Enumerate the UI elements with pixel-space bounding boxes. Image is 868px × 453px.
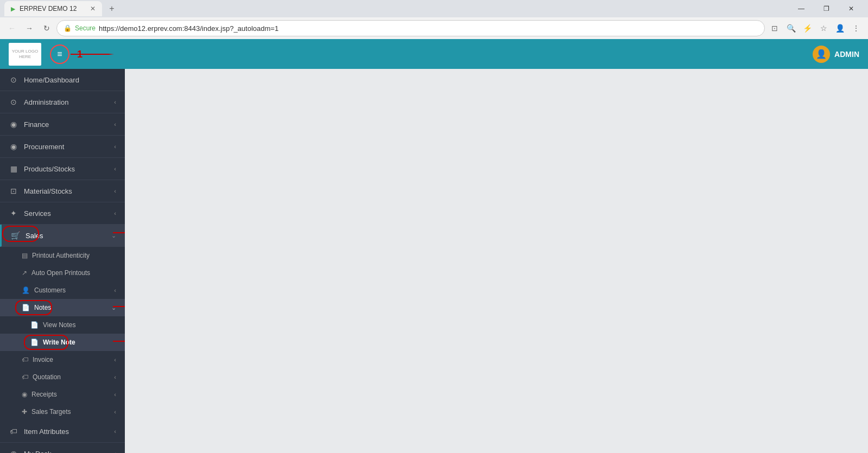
sidebar-item-label: Procurement bbox=[24, 143, 109, 151]
sidebar-subitem-label: Notes bbox=[34, 304, 51, 311]
cast-icon[interactable]: ⊡ bbox=[767, 21, 782, 36]
invoice-chevron: ‹ bbox=[114, 356, 116, 363]
tab-title: ERPREV DEMO 12 bbox=[20, 5, 77, 12]
bookmark-icon[interactable]: ☆ bbox=[816, 21, 831, 36]
sidebar-subitem-label: Quotation bbox=[33, 373, 61, 381]
sidebar-item-label: Products/Stocks bbox=[24, 165, 109, 173]
sidebar-item-my-desk[interactable]: ◉ My Desk ‹ bbox=[0, 443, 125, 453]
printout-icon: ▤ bbox=[22, 252, 28, 259]
zoom-icon[interactable]: 🔍 bbox=[783, 21, 799, 36]
auto-open-icon: ↗ bbox=[22, 269, 27, 277]
invoice-icon: 🏷 bbox=[22, 356, 28, 363]
sidebar-item-services[interactable]: ✦ Services ‹ bbox=[0, 202, 125, 225]
app-header: YOUR LOGO HERE ≡ 1 👤 ADMIN bbox=[0, 39, 868, 69]
sidebar-subitem-label: Printout Authenticity bbox=[32, 252, 90, 259]
sidebar-item-administration[interactable]: ⊙ Administration ‹ bbox=[0, 91, 125, 113]
browser-toolbar: ← → ↻ 🔒 Secure https://demo12.erprev.com… bbox=[0, 17, 868, 39]
sidebar-subitem-customers[interactable]: 👤 Customers ‹ bbox=[0, 282, 125, 299]
refresh-button[interactable]: ↻ bbox=[39, 21, 54, 36]
browser-titlebar: ▶ ERPREV DEMO 12 ✕ + — ❐ ✕ bbox=[0, 0, 868, 17]
maximize-button[interactable]: ❐ bbox=[814, 0, 839, 17]
sales-targets-icon: ✚ bbox=[22, 408, 27, 416]
sidebar-subitem-label: Receipts bbox=[31, 391, 57, 398]
sidebar-item-label: Item Attributes bbox=[24, 428, 109, 436]
write-note-icon: 📄 bbox=[30, 339, 39, 346]
material-icon: ⊡ bbox=[9, 187, 18, 195]
sidebar-item-products-stocks[interactable]: ▦ Products/Stocks ‹ bbox=[0, 158, 125, 180]
sidebar-item-home[interactable]: ⊙ Home/Dashboard bbox=[0, 69, 125, 91]
app-main: ⊙ Home/Dashboard ⊙ Administration ‹ ◉ Fi… bbox=[0, 69, 868, 453]
quotation-chevron: ‹ bbox=[114, 374, 116, 380]
admin-label: ADMIN bbox=[834, 50, 859, 59]
sidebar-item-procurement[interactable]: ◉ Procurement ‹ bbox=[0, 136, 125, 158]
back-button[interactable]: ← bbox=[4, 21, 20, 36]
procurement-icon: ◉ bbox=[9, 142, 18, 151]
close-button[interactable]: ✕ bbox=[839, 0, 864, 17]
url-text: https://demo12.erprev.com:8443/index.jsp… bbox=[99, 24, 278, 33]
sidebar-subitem-quotation[interactable]: 🏷 Quotation ‹ bbox=[0, 368, 125, 386]
sales-icon: 🛒 bbox=[10, 231, 20, 240]
menu-toggle-button[interactable]: ≡ bbox=[50, 44, 69, 64]
chevron-icon: ‹ bbox=[114, 188, 116, 194]
sidebar-subitem-receipts[interactable]: ◉ Receipts ‹ bbox=[0, 386, 125, 403]
address-bar[interactable]: 🔒 Secure https://demo12.erprev.com:8443/… bbox=[56, 20, 765, 36]
chevron-icon: ‹ bbox=[114, 143, 116, 150]
annotation-1: 1 bbox=[77, 48, 83, 60]
item-attributes-icon: 🏷 bbox=[9, 427, 18, 436]
sidebar-item-label: My Desk bbox=[24, 450, 109, 454]
more-icon[interactable]: ⋮ bbox=[848, 21, 864, 36]
home-icon: ⊙ bbox=[9, 75, 18, 84]
chevron-down-icon: ⌄ bbox=[111, 232, 116, 239]
sidebar-item-finance[interactable]: ◉ Finance ‹ bbox=[0, 113, 125, 136]
extension-icon[interactable]: ⚡ bbox=[800, 21, 815, 36]
quotation-icon: 🏷 bbox=[22, 373, 28, 381]
sidebar-subitem-auto-open-printouts[interactable]: ↗ Auto Open Printouts bbox=[0, 264, 125, 282]
tab-close-button[interactable]: ✕ bbox=[90, 5, 96, 12]
sidebar-item-item-attributes[interactable]: 🏷 Item Attributes ‹ bbox=[0, 420, 125, 443]
forward-button[interactable]: → bbox=[22, 21, 37, 36]
sidebar-item-sales[interactable]: 🛒 Sales ⌄ bbox=[0, 225, 125, 247]
sidebar-item-label: Home/Dashboard bbox=[24, 76, 116, 84]
sidebar-item-label: Material/Stocks bbox=[24, 187, 109, 195]
sidebar-subitem-label: Write Note bbox=[43, 339, 75, 346]
my-desk-icon: ◉ bbox=[9, 449, 18, 453]
chevron-icon: ‹ bbox=[114, 210, 116, 216]
sidebar-subitem-view-notes[interactable]: 📄 View Notes bbox=[0, 316, 125, 334]
sidebar-subitem-sales-targets[interactable]: ✚ Sales Targets ‹ bbox=[0, 403, 125, 420]
sidebar-subitem-label: Customers bbox=[34, 286, 66, 294]
svg-marker-1 bbox=[109, 54, 114, 55]
secure-text: Secure bbox=[75, 24, 96, 32]
browser-tab[interactable]: ▶ ERPREV DEMO 12 ✕ bbox=[4, 1, 102, 16]
chevron-icon: ‹ bbox=[114, 428, 116, 435]
sidebar-subitem-notes[interactable]: 📄 Notes ⌄ bbox=[0, 299, 125, 316]
admin-avatar: 👤 bbox=[813, 46, 830, 63]
header-right: 👤 ADMIN bbox=[813, 46, 859, 63]
chevron-icon: ‹ bbox=[114, 121, 116, 127]
finance-icon: ◉ bbox=[9, 120, 18, 129]
profile-icon[interactable]: 👤 bbox=[832, 21, 847, 36]
window-controls: — ❐ ✕ bbox=[789, 0, 864, 17]
sales-targets-chevron: ‹ bbox=[114, 409, 116, 415]
sidebar-item-label: Services bbox=[24, 209, 109, 218]
browser-chrome: ▶ ERPREV DEMO 12 ✕ + — ❐ ✕ ← → ↻ 🔒 Secur… bbox=[0, 0, 868, 39]
sidebar: ⊙ Home/Dashboard ⊙ Administration ‹ ◉ Fi… bbox=[0, 69, 125, 453]
main-content bbox=[125, 69, 868, 453]
sidebar-subitem-invoice[interactable]: 🏷 Invoice ‹ bbox=[0, 351, 125, 368]
new-tab-button[interactable]: + bbox=[104, 1, 119, 16]
sidebar-subitem-label: Sales Targets bbox=[31, 408, 71, 416]
view-notes-icon: 📄 bbox=[30, 321, 39, 329]
sidebar-item-label: Administration bbox=[24, 98, 109, 106]
customers-chevron: ‹ bbox=[114, 287, 116, 294]
notes-section: 📄 Notes ⌄ 3 bbox=[0, 299, 125, 316]
write-note-section: 📄 Write Note 4 bbox=[0, 334, 125, 351]
secure-icon: 🔒 bbox=[64, 24, 72, 32]
minimize-button[interactable]: — bbox=[789, 0, 814, 17]
chevron-icon: ‹ bbox=[114, 165, 116, 172]
sidebar-item-label: Finance bbox=[24, 120, 109, 129]
sidebar-item-label: Sales bbox=[26, 232, 106, 240]
sidebar-subitem-label: Auto Open Printouts bbox=[31, 269, 90, 277]
notes-icon: 📄 bbox=[22, 304, 30, 311]
sidebar-item-material-stocks[interactable]: ⊡ Material/Stocks ‹ bbox=[0, 180, 125, 202]
sidebar-subitem-write-note[interactable]: 📄 Write Note bbox=[0, 334, 125, 351]
sidebar-subitem-printout-authenticity[interactable]: ▤ Printout Authenticity bbox=[0, 247, 125, 264]
